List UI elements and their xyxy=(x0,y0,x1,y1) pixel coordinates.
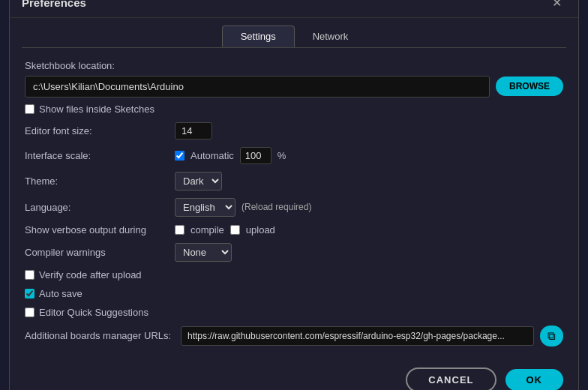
upload-label: upload xyxy=(246,224,275,236)
tab-settings[interactable]: Settings xyxy=(222,26,295,47)
sketchbook-row: BROWSE xyxy=(25,76,563,98)
boards-label: Additional boards manager URLs: xyxy=(25,330,175,341)
automatic-label: Automatic xyxy=(190,150,234,161)
boards-url-input[interactable] xyxy=(181,326,534,346)
compile-checkbox[interactable] xyxy=(175,225,184,235)
show-files-row: Show files inside Sketches xyxy=(25,104,563,115)
language-row: Language: English German (Reload require… xyxy=(25,198,563,217)
font-size-row: Editor font size: xyxy=(25,122,563,140)
autosave-checkbox[interactable] xyxy=(25,289,34,298)
close-button[interactable]: ✕ xyxy=(548,0,566,11)
language-controls: English German (Reload required) xyxy=(175,198,311,217)
quick-suggestions-checkbox[interactable] xyxy=(25,308,34,317)
sketchbook-path-input[interactable] xyxy=(25,76,490,98)
scale-controls: Automatic % xyxy=(175,147,286,164)
verify-label: Verify code after upload xyxy=(39,269,142,280)
theme-row: Theme: Dark Light xyxy=(25,172,563,190)
compiler-warnings-label: Compiler warnings xyxy=(25,247,175,258)
cancel-button[interactable]: CANCEL xyxy=(406,368,496,391)
preferences-dialog: Preferences ✕ Settings Network Sketchboo… xyxy=(9,0,579,390)
compiler-controls: None Default More All xyxy=(175,243,232,262)
tabs-container: Settings Network xyxy=(10,18,578,47)
settings-content: Sketchbook location: BROWSE Show files i… xyxy=(10,48,578,356)
font-size-label: Editor font size: xyxy=(25,125,175,136)
scale-value-input[interactable] xyxy=(240,147,272,164)
quick-suggestions-row: Editor Quick Suggestions xyxy=(25,307,563,318)
title-bar: Preferences ✕ xyxy=(10,0,578,18)
sketchbook-section: Sketchbook location: BROWSE xyxy=(25,60,563,98)
interface-scale-label: Interface scale: xyxy=(25,150,175,161)
compiler-warnings-select[interactable]: None Default More All xyxy=(175,243,232,262)
language-label: Language: xyxy=(25,202,175,213)
tab-network[interactable]: Network xyxy=(295,26,367,47)
sketchbook-label: Sketchbook location: xyxy=(25,60,563,71)
verify-checkbox[interactable] xyxy=(25,270,34,280)
theme-select[interactable]: Dark Light xyxy=(175,172,222,190)
ok-button[interactable]: OK xyxy=(506,369,564,391)
verify-row: Verify code after upload xyxy=(25,269,563,280)
language-select[interactable]: English German xyxy=(175,198,236,217)
show-files-checkbox[interactable] xyxy=(25,104,34,114)
scale-unit: % xyxy=(278,150,286,161)
quick-suggestions-label: Editor Quick Suggestions xyxy=(39,307,148,318)
autosave-row: Auto save xyxy=(25,288,563,299)
theme-label: Theme: xyxy=(25,176,175,187)
dialog-title: Preferences xyxy=(22,0,86,9)
compile-label: compile xyxy=(190,224,224,236)
automatic-checkbox[interactable] xyxy=(175,151,184,160)
autosave-label: Auto save xyxy=(39,288,82,299)
upload-checkbox[interactable] xyxy=(230,225,240,235)
boards-row: Additional boards manager URLs: ⧉ xyxy=(25,326,563,346)
show-files-label: Show files inside Sketches xyxy=(39,104,154,115)
compiler-warnings-row: Compiler warnings None Default More All xyxy=(25,243,563,262)
reload-note: (Reload required) xyxy=(242,202,311,212)
browse-button[interactable]: BROWSE xyxy=(496,76,563,96)
boards-edit-button[interactable]: ⧉ xyxy=(540,326,563,346)
edit-icon: ⧉ xyxy=(548,329,556,343)
verbose-row: Show verbose output during compile uploa… xyxy=(25,224,563,236)
font-size-input[interactable] xyxy=(175,122,212,140)
verbose-controls: compile upload xyxy=(175,224,275,236)
dialog-footer: CANCEL OK xyxy=(10,356,578,391)
verbose-label: Show verbose output during xyxy=(25,224,175,236)
interface-scale-row: Interface scale: Automatic % xyxy=(25,147,563,164)
